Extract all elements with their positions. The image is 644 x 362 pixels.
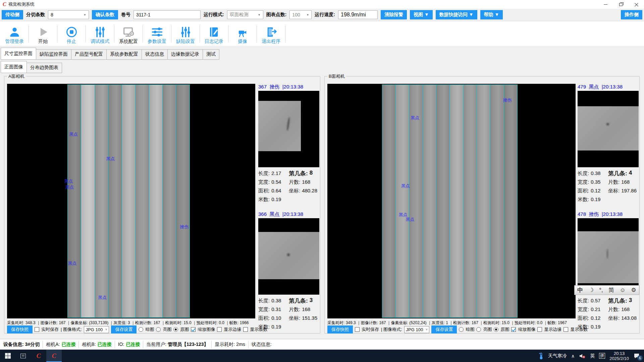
- log-record-button[interactable]: 日志记录: [202, 26, 226, 45]
- task-view-button[interactable]: [15, 350, 31, 362]
- defect-card[interactable]: 479 黑点 |20:13:38 长度:0.38 第几条:4 宽度:0.35 片…: [578, 84, 639, 204]
- bright-image-radio[interactable]: [156, 327, 161, 332]
- view-menu-button[interactable]: 视图 ▼: [410, 10, 433, 19]
- defect-thumbnail[interactable]: [258, 91, 319, 167]
- defect-annotation: 黑点: [411, 115, 419, 121]
- ime-language-toggle[interactable]: 中: [577, 286, 583, 294]
- chart-points-select[interactable]: 100 ▼: [289, 10, 312, 19]
- icon-label: 参数设置: [148, 39, 166, 45]
- defect-thumbnail[interactable]: [258, 218, 319, 295]
- tab-size-monitor[interactable]: 尺寸监控界面: [1, 48, 36, 60]
- show-count-checkbox[interactable]: [243, 327, 248, 332]
- field-label: 米数:: [258, 196, 270, 203]
- defect-card[interactable]: 366 黑点 |20:13:38 长度:0.38 第几条:3 宽度:0.31 片…: [258, 211, 319, 331]
- user-icon: [8, 26, 21, 38]
- debug-mode-button[interactable]: 调试模式: [88, 26, 112, 45]
- defect-time: |20:13:38: [282, 84, 303, 89]
- bright-image-radio[interactable]: [476, 327, 481, 332]
- save-snapshot-button[interactable]: 保存快照: [7, 325, 33, 334]
- emoji-icon[interactable]: ☺: [620, 287, 626, 294]
- confirm-count-button[interactable]: 确认条数: [92, 10, 118, 19]
- dark-image-radio[interactable]: [139, 327, 143, 332]
- punctuation-toggle[interactable]: °,: [599, 287, 603, 294]
- system-config-button[interactable]: 系统配置: [117, 26, 140, 45]
- chevron-down-icon: ▼: [304, 13, 309, 16]
- camera-b-live-image[interactable]: 挫伤黑点黑点黑点黑点: [327, 84, 576, 318]
- camera-a-live-image[interactable]: 黑点黑点黑点黑点挫伤黑点黑点: [7, 84, 255, 318]
- data-quick-access-button[interactable]: 数据快捷访问 ▼: [436, 10, 477, 19]
- exit-door-icon: [265, 26, 277, 38]
- tab-system-param-config[interactable]: 系统参数配置: [106, 49, 142, 60]
- defect-type: 挫伤: [269, 84, 279, 89]
- field-label: 第几条:: [289, 297, 308, 305]
- show-edge-checkbox[interactable]: [217, 327, 222, 332]
- zoom-image-checkbox[interactable]: [191, 327, 196, 332]
- realtime-save-checkbox[interactable]: [35, 327, 39, 332]
- save-snapshot-button[interactable]: 保存快照: [327, 325, 353, 334]
- show-count-checkbox[interactable]: [564, 327, 568, 332]
- defect-thumbnail[interactable]: [578, 218, 639, 295]
- realtime-save-label: 实时保存: [41, 326, 59, 333]
- defect-id: 478: [578, 211, 586, 217]
- parameter-settings-button[interactable]: 参数设置: [145, 26, 169, 45]
- thermometer-icon[interactable]: [539, 352, 544, 360]
- language-indicator[interactable]: 英: [590, 353, 595, 359]
- defect-settings-button[interactable]: 缺陷设置: [174, 26, 197, 45]
- start-button[interactable]: 开始: [31, 26, 55, 45]
- defect-thumbnail[interactable]: [578, 91, 639, 167]
- weather-status[interactable]: 天气寒冷: [548, 353, 567, 359]
- window-title: 视觉检测系统: [8, 1, 35, 7]
- original-image-radio[interactable]: [173, 327, 178, 332]
- capture-button[interactable]: 摄像: [231, 28, 254, 45]
- run-mode-select[interactable]: 双面检测 ▼: [227, 10, 263, 19]
- tab-front-image[interactable]: 正面图像: [1, 61, 27, 73]
- dark-image-radio[interactable]: [459, 327, 464, 332]
- camera-b-title: B面相机: [327, 73, 346, 79]
- simplified-chinese-toggle[interactable]: 简: [608, 286, 614, 294]
- taskbar-app-2-active[interactable]: C: [46, 350, 62, 362]
- tab-defect-monitor[interactable]: 缺陷监控界面: [36, 49, 71, 60]
- moon-icon[interactable]: ☽: [589, 287, 594, 294]
- roll-number-input[interactable]: 3117-1: [133, 10, 201, 19]
- close-button[interactable]: [629, 0, 644, 9]
- restore-button[interactable]: [613, 0, 629, 9]
- tab-trend-chart[interactable]: 分布趋势图表: [26, 63, 62, 73]
- field-label: 面积:: [258, 315, 270, 321]
- camera-icon: [237, 28, 248, 38]
- clear-alarm-button[interactable]: 清除报警: [381, 10, 407, 19]
- defect-card[interactable]: 367 挫伤 |20:13:38 长度:2.17 第几条:8 宽度:0.54 片…: [258, 84, 319, 204]
- tab-product-model-config[interactable]: 产品型号配置: [71, 49, 107, 60]
- image-format-select[interactable]: JPG 100˅: [404, 326, 430, 333]
- taskbar-app-1[interactable]: C: [31, 350, 46, 362]
- ime-indicator[interactable]: 拼: [599, 353, 605, 359]
- defect-card[interactable]: 478 挫伤 |20:13:38 长度:0.57 第几条:3 宽度:0.21 片…: [578, 211, 639, 331]
- notification-center-button[interactable]: 6: [633, 353, 641, 359]
- minimize-button[interactable]: [598, 0, 613, 9]
- realtime-save-checkbox[interactable]: [355, 327, 360, 332]
- io-status-value: 已连接: [126, 342, 140, 347]
- admin-login-button[interactable]: 管理登录: [3, 26, 26, 45]
- original-image-radio[interactable]: [494, 327, 498, 332]
- gear-icon[interactable]: ⚙: [631, 287, 636, 294]
- tray-expand-chevron[interactable]: ∧: [571, 353, 575, 359]
- show-edge-checkbox[interactable]: [537, 327, 542, 332]
- strip-count-select[interactable]: 8 ▼: [48, 10, 89, 19]
- save-settings-button[interactable]: 保存设置: [111, 325, 137, 334]
- field-value: 0.12: [591, 315, 600, 321]
- status-info-label: 状态信息:: [252, 342, 272, 348]
- help-menu-button[interactable]: 帮助 ▼: [480, 10, 503, 19]
- exit-program-button[interactable]: 退出程序: [259, 26, 283, 45]
- start-menu-button[interactable]: [0, 350, 15, 362]
- zoom-image-checkbox[interactable]: [511, 327, 516, 332]
- drive-side-button[interactable]: 传动侧: [2, 10, 23, 19]
- save-settings-button[interactable]: 保存设置: [431, 325, 457, 334]
- stop-button[interactable]: 停止: [60, 26, 83, 45]
- image-format-select[interactable]: JPG 100˅: [84, 326, 109, 333]
- tab-edge-data-record[interactable]: 边缘数据记录: [167, 49, 203, 60]
- speaker-muted-icon[interactable]: [579, 353, 586, 359]
- status-bar: 设备信息: 3#分切 相机A:已连接 相机B:已连接 IO:已连接 当前用户: …: [0, 339, 644, 350]
- operate-side-button[interactable]: 操作侧: [621, 10, 642, 19]
- tab-status-info[interactable]: 状态信息: [142, 49, 168, 60]
- taskbar-clock[interactable]: 20:13 2025/2/10: [609, 351, 629, 361]
- tab-test[interactable]: 测试: [203, 49, 219, 60]
